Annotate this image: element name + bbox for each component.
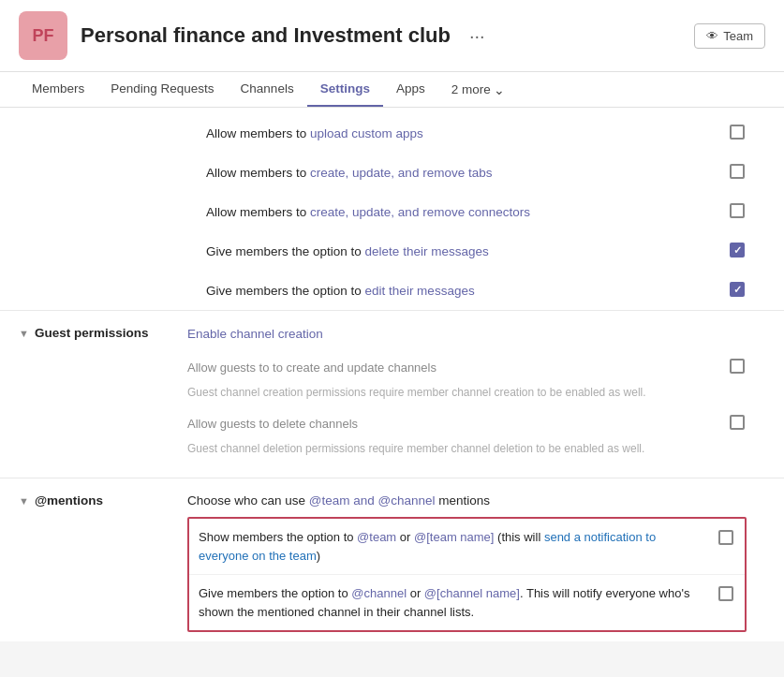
checkbox-wrap-team-mention[interactable] (718, 530, 735, 547)
setting-row-tabs: Allow members to create, update, and rem… (0, 153, 784, 192)
setting-label-custom-apps: Allow members to upload custom apps (206, 126, 730, 140)
mentions-title: Choose who can use @team and @channel me… (187, 493, 747, 508)
guest-permissions-label: Guest permissions (35, 326, 149, 340)
mentions-sidebar: ▼ @mentions (0, 493, 187, 632)
mentions-highlight-box: Show members the option to @team or @[te… (187, 517, 747, 632)
setting-row-connectors: Allow members to create, update, and rem… (0, 192, 784, 231)
guest-permissions-section: ▼ Guest permissions Enable channel creat… (0, 310, 784, 478)
guest-create-channels-row: Allow guests to to create and update cha… (187, 350, 747, 384)
team-avatar: PF (19, 11, 67, 60)
team-mention-row: Show members the option to @team or @[te… (189, 519, 745, 575)
checkbox-guest-create[interactable] (730, 359, 745, 374)
mentions-chevron[interactable]: ▼ (19, 495, 29, 507)
member-permissions-rows: Allow members to upload custom apps Allo… (0, 108, 784, 310)
setting-label-edit-messages: Give members the option to edit their me… (206, 284, 730, 298)
nav-more[interactable]: 2 more ⌄ (438, 73, 518, 107)
highlight-tabs: create, update, and remove tabs (310, 166, 492, 180)
team-mention-at-team: @team (357, 530, 396, 544)
guest-permissions-body: Enable channel creation Allow guests to … (187, 326, 784, 463)
checkbox-wrap-guest-create[interactable] (730, 359, 747, 375)
guest-create-channels-label: Allow guests to to create and update cha… (187, 361, 730, 375)
tab-members[interactable]: Members (19, 72, 97, 107)
setting-label-connectors: Allow members to create, update, and rem… (206, 205, 730, 219)
mentions-title-highlight: @team and @channel (309, 493, 436, 508)
mentions-body: Choose who can use @team and @channel me… (187, 493, 784, 632)
tab-apps[interactable]: Apps (383, 72, 438, 107)
main-content: Allow members to upload custom apps Allo… (0, 108, 784, 641)
checkbox-wrap-edit-messages[interactable] (730, 282, 747, 299)
highlight-custom-apps: upload custom apps (310, 126, 423, 140)
mentions-label: @mentions (35, 493, 103, 508)
checkbox-custom-apps[interactable] (730, 125, 745, 140)
setting-row-delete-messages: Give members the option to delete their … (0, 231, 784, 271)
nav-tabs: Members Pending Requests Channels Settin… (0, 72, 784, 108)
channel-mention-channel-name: @[channel name] (424, 586, 520, 600)
channel-mention-row: Give members the option to @channel or @… (189, 575, 745, 630)
guest-delete-channels-label: Allow guests to delete channels (187, 417, 730, 431)
checkbox-wrap-tabs[interactable] (730, 164, 747, 181)
chevron-down-icon: ⌄ (494, 82, 505, 97)
header-left: PF Personal finance and Investment club … (19, 11, 485, 60)
checkbox-wrap-guest-delete[interactable] (730, 415, 747, 432)
setting-label-delete-messages: Give members the option to delete their … (206, 244, 730, 258)
tab-settings[interactable]: Settings (307, 72, 383, 107)
guest-permissions-chevron[interactable]: ▼ (19, 328, 29, 339)
eye-icon: 👁 (706, 29, 718, 43)
checkbox-wrap-channel-mention[interactable] (718, 586, 735, 603)
guest-permissions-sidebar: ▼ Guest permissions (0, 326, 187, 463)
tab-pending-requests[interactable]: Pending Requests (97, 72, 227, 107)
checkbox-team-mention[interactable] (718, 530, 733, 545)
page-header: PF Personal finance and Investment club … (0, 0, 784, 72)
checkbox-wrap-custom-apps[interactable] (730, 125, 747, 141)
guest-delete-note: Guest channel deletion permissions requi… (187, 440, 747, 463)
checkbox-connectors[interactable] (730, 203, 745, 218)
checkbox-tabs[interactable] (730, 164, 745, 179)
highlight-connectors: create, update, and remove connectors (310, 205, 530, 219)
checkbox-guest-delete[interactable] (730, 415, 745, 430)
team-button[interactable]: 👁 Team (694, 23, 765, 49)
tab-channels[interactable]: Channels (228, 72, 307, 107)
checkbox-edit-messages[interactable] (730, 282, 745, 297)
team-title: Personal finance and Investment club (81, 23, 451, 48)
team-mention-team-name: @[team name] (414, 530, 494, 544)
mentions-section: ▼ @mentions Choose who can use @team and… (0, 478, 784, 641)
guest-delete-channels-row: Allow guests to delete channels (187, 406, 747, 440)
guest-create-note: Guest channel creation permissions requi… (187, 384, 747, 406)
highlight-delete-messages: delete their messages (365, 244, 489, 258)
channel-mention-text: Give members the option to @channel or @… (199, 584, 709, 621)
enable-channel-creation-link[interactable]: Enable channel creation (187, 327, 323, 341)
setting-row-custom-apps: Allow members to upload custom apps (0, 113, 784, 153)
team-mention-text: Show members the option to @team or @[te… (199, 528, 709, 565)
channel-mention-at-channel: @channel (351, 586, 407, 600)
checkbox-channel-mention[interactable] (718, 586, 733, 601)
setting-label-tabs: Allow members to create, update, and rem… (206, 166, 730, 180)
setting-row-edit-messages: Give members the option to edit their me… (0, 271, 784, 310)
checkbox-wrap-connectors[interactable] (730, 203, 747, 220)
more-options-icon[interactable]: ··· (469, 25, 485, 47)
highlight-edit-messages: edit their messages (365, 284, 475, 298)
checkbox-delete-messages[interactable] (730, 243, 745, 258)
checkbox-wrap-delete-messages[interactable] (730, 243, 747, 259)
